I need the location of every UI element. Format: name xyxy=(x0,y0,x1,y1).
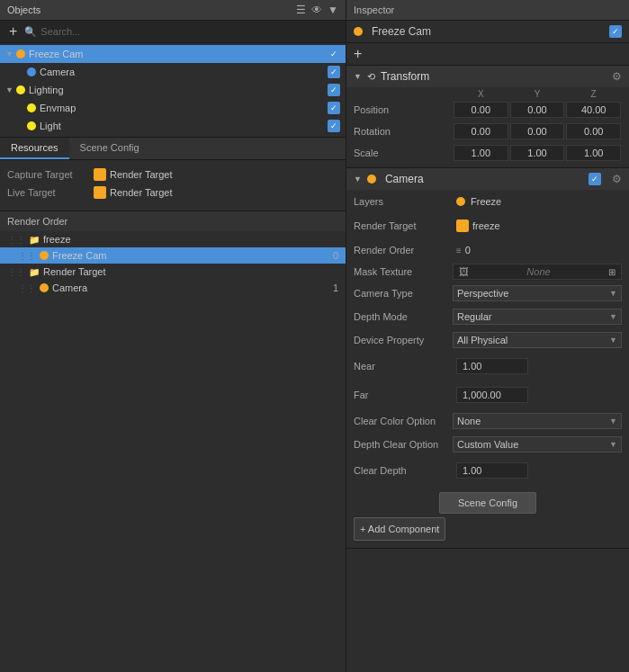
capture-target-label: Capture Target xyxy=(7,169,88,180)
camera-dot-icon xyxy=(367,175,376,184)
mask-pick-icon[interactable]: ⊞ xyxy=(608,267,616,277)
dot-icon-envmap xyxy=(27,103,36,112)
bottom-left-panel: Resources Scene Config Capture Target Re… xyxy=(0,137,346,672)
depth-clear-row: Depth Clear Option Custom Value ▼ xyxy=(346,433,629,456)
render-item-render-target-folder[interactable]: ⋮⋮ 📁 Render Target xyxy=(0,264,346,280)
camera-type-row: Camera Type Perspective ▼ xyxy=(346,282,629,305)
layers-value: Freeze xyxy=(453,193,622,210)
visibility-check-envmap[interactable]: ✓ xyxy=(328,102,340,114)
device-property-label: Device Property xyxy=(354,332,453,348)
transform-component: ▼ ⟲ Transform ⚙ X Y Z Position 0.00 0.00… xyxy=(346,66,629,168)
visibility-check-inspector[interactable]: ✓ xyxy=(609,25,622,38)
scale-z[interactable]: 1.00 xyxy=(566,145,621,161)
mask-texture-text: None xyxy=(526,266,550,277)
mask-texture-value[interactable]: 🖼 None ⊞ xyxy=(453,264,622,280)
position-x[interactable]: 0.00 xyxy=(454,102,508,118)
tree-item-label-camera: Camera xyxy=(40,67,328,77)
add-object-button[interactable]: + xyxy=(5,23,21,40)
scale-y[interactable]: 1.00 xyxy=(510,145,565,161)
render-item-freeze-cam[interactable]: ⋮⋮ Freeze Cam 0 xyxy=(0,247,346,264)
gear-icon[interactable]: ⚙ xyxy=(612,70,622,83)
near-input[interactable]: 1.00 xyxy=(456,358,528,374)
clear-color-value: None xyxy=(457,416,481,426)
tabs-row: Resources Scene Config xyxy=(0,138,346,160)
near-value: 1.00 xyxy=(453,355,622,377)
rotation-y[interactable]: 0.00 xyxy=(510,123,565,139)
tree-item-light[interactable]: Light ✓ xyxy=(0,117,346,135)
inspector-add-button[interactable]: + xyxy=(354,46,362,62)
visibility-check-freeze-cam[interactable]: ✓ xyxy=(328,48,340,60)
camera-header[interactable]: ▼ Camera ✓ ⚙ xyxy=(346,168,629,190)
depth-mode-select[interactable]: Regular ▼ xyxy=(453,309,622,325)
render-item-freeze-folder[interactable]: ⋮⋮ 📁 freeze xyxy=(0,231,346,247)
tree-item-freeze-cam[interactable]: ▼ Freeze Cam ✓ xyxy=(0,45,346,63)
render-item-num-camera: 1 xyxy=(333,282,338,293)
drag-handle-icon: ⋮⋮ xyxy=(18,283,36,293)
device-property-select[interactable]: All Physical ▼ xyxy=(453,332,622,348)
scene-config-button[interactable]: Scene Config xyxy=(439,492,536,514)
clear-color-select[interactable]: None ▼ xyxy=(453,413,622,429)
visibility-check-lighting[interactable]: ✓ xyxy=(328,84,340,96)
inspector-check: ✓ xyxy=(609,25,622,38)
mask-texture-label: Mask Texture xyxy=(354,264,453,280)
layers-label: Layers xyxy=(354,193,453,210)
live-target-icon xyxy=(94,186,106,199)
camera-arrow: ▼ xyxy=(354,175,362,184)
render-item-label-freeze: freeze xyxy=(43,234,71,245)
render-order-label: Render Order xyxy=(354,242,453,258)
camera-gear-icon[interactable]: ⚙ xyxy=(612,173,622,185)
camera-visibility-check[interactable]: ✓ xyxy=(589,173,601,185)
scale-x[interactable]: 1.00 xyxy=(454,145,508,161)
add-component-button[interactable]: + Add Component xyxy=(354,517,445,541)
visibility-check-camera[interactable]: ✓ xyxy=(328,66,340,78)
chevron-down-icon: ▼ xyxy=(609,336,617,345)
depth-clear-value: Custom Value xyxy=(457,439,518,450)
inspector-object-name: Freeze Cam xyxy=(372,25,431,38)
filter-icon[interactable]: ▼ xyxy=(328,4,338,16)
tree-item-camera[interactable]: Camera ✓ xyxy=(0,63,346,81)
position-y[interactable]: 0.00 xyxy=(510,102,565,118)
clear-depth-input[interactable]: 1.00 xyxy=(456,462,528,479)
visibility-check-light[interactable]: ✓ xyxy=(328,120,340,132)
list-icon[interactable]: ☰ xyxy=(296,4,306,16)
device-property-row: Device Property All Physical ▼ xyxy=(346,328,629,352)
capture-target-icon xyxy=(94,168,106,181)
tree-item-envmap[interactable]: Envmap ✓ xyxy=(0,99,346,117)
position-z[interactable]: 40.00 xyxy=(566,102,621,118)
search-input[interactable] xyxy=(40,26,340,37)
inspector-header: Inspector xyxy=(346,0,629,21)
depth-mode-value: Regular xyxy=(457,311,492,322)
far-input[interactable]: 1,000.00 xyxy=(456,387,528,403)
render-order-header: Render Order xyxy=(0,211,346,231)
depth-clear-label: Depth Clear Option xyxy=(354,436,453,452)
tab-resources[interactable]: Resources xyxy=(0,138,69,159)
scale-label: Scale xyxy=(354,144,453,162)
capture-target-text: Render Target xyxy=(110,169,173,180)
z-header: Z xyxy=(565,89,622,99)
objects-section: Objects ☰ 👁 ▼ + 🔍 ▼ Freeze Cam ✓ xyxy=(0,0,346,137)
camera-type-select[interactable]: Perspective ▼ xyxy=(453,285,622,301)
rotation-x[interactable]: 0.00 xyxy=(454,123,508,139)
mask-icon: 🖼 xyxy=(459,266,469,277)
clear-depth-value: 1.00 xyxy=(453,460,622,481)
tab-scene-config[interactable]: Scene Config xyxy=(69,138,150,159)
depth-clear-select[interactable]: Custom Value ▼ xyxy=(453,436,622,452)
x-header: X xyxy=(453,89,509,99)
transform-header[interactable]: ▼ ⟲ Transform ⚙ xyxy=(346,66,629,87)
rotation-z[interactable]: 0.00 xyxy=(566,123,621,139)
tree-item-lighting[interactable]: ▼ Lighting ✓ xyxy=(0,81,346,99)
tree-item-label-freeze-cam: Freeze Cam xyxy=(29,49,328,59)
rotation-label: Rotation xyxy=(354,122,453,140)
render-item-camera[interactable]: ⋮⋮ Camera 1 xyxy=(0,280,346,296)
rotation-row: Rotation 0.00 0.00 0.00 xyxy=(346,121,629,142)
resource-capture-target: Capture Target Render Target xyxy=(7,166,338,184)
chevron-down-icon: ▼ xyxy=(609,440,617,449)
live-target-text: Render Target xyxy=(110,187,173,198)
chevron-down-icon: ▼ xyxy=(609,289,617,298)
folder-icon: 📁 xyxy=(29,267,40,277)
eye-icon[interactable]: 👁 xyxy=(311,4,322,16)
resources-content: Capture Target Render Target Live Target… xyxy=(0,160,346,207)
clear-depth-row: Clear Depth 1.00 xyxy=(346,456,629,485)
render-item-label-camera: Camera xyxy=(52,282,87,293)
live-target-value: Render Target xyxy=(94,186,173,199)
